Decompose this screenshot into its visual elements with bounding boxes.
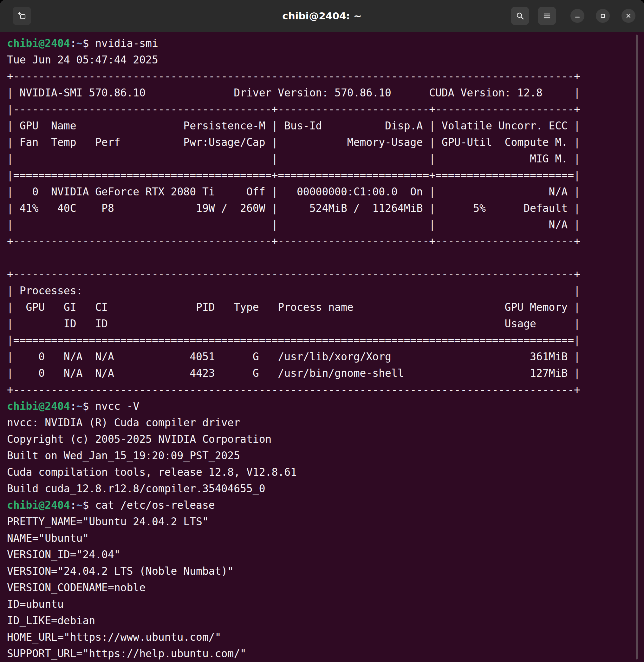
terminal-line: ID_LIKE=debian xyxy=(7,613,631,629)
new-tab-button[interactable] xyxy=(13,7,31,25)
terminal-line: PRETTY_NAME="Ubuntu 24.04.2 LTS" xyxy=(7,513,631,530)
window-headerbar: chibi@2404: ~ xyxy=(0,0,644,32)
terminal-line: |=======================================… xyxy=(7,167,631,184)
terminal-line: | Fan Temp Perf Pwr:Usage/Cap | Memory-U… xyxy=(7,134,631,151)
scrollbar[interactable] xyxy=(635,35,638,659)
terminal-line: Cuda compilation tools, release 12.8, V1… xyxy=(7,464,631,481)
search-icon xyxy=(515,12,525,20)
terminal-line: | NVIDIA-SMI 570.86.10 Driver Version: 5… xyxy=(7,85,631,101)
terminal-window: chibi@2404: ~ xyxy=(0,0,644,662)
terminal-text: : xyxy=(70,37,76,49)
terminal-line: SUPPORT_URL="https://help.ubuntu.com/" xyxy=(7,645,631,662)
close-button[interactable] xyxy=(621,9,636,23)
terminal-line: |---------------------------------------… xyxy=(7,101,631,118)
terminal-line: Tue Jun 24 05:47:44 2025 xyxy=(7,52,631,68)
terminal-text: $ nvcc -V xyxy=(83,400,139,412)
terminal-line: HOME_URL="https://www.ubuntu.com/" xyxy=(7,629,631,645)
terminal-line: nvcc: NVIDIA (R) Cuda compiler driver xyxy=(7,415,631,431)
prompt-user-host: chibi@2404 xyxy=(7,499,70,511)
prompt-user-host: chibi@2404 xyxy=(7,400,70,412)
terminal-line: | GPU GI CI PID Type Process name GPU Me… xyxy=(7,299,631,316)
terminal-text: $ nvidia-smi xyxy=(83,37,158,49)
terminal-line: chibi@2404:~$ nvcc -V xyxy=(7,398,631,415)
terminal-line: Copyright (c) 2005-2025 NVIDIA Corporati… xyxy=(7,431,631,448)
maximize-icon xyxy=(599,13,606,19)
terminal-line: | 41% 40C P8 19W / 260W | 524MiB / 11264… xyxy=(7,200,631,216)
new-tab-icon xyxy=(18,12,26,20)
menu-icon xyxy=(543,12,551,20)
prompt-path: ~ xyxy=(76,37,83,49)
terminal-line: | Processes: | xyxy=(7,282,631,299)
terminal-line: Build cuda_12.8.r12.8/compiler.35404655_… xyxy=(7,481,631,497)
terminal-line: | | | N/A | xyxy=(7,216,631,233)
terminal-line: | 0 NVIDIA GeForce RTX 2080 Ti Off | 000… xyxy=(7,184,631,200)
terminal-line: ID=ubuntu xyxy=(7,596,631,613)
close-icon xyxy=(625,13,632,19)
terminal-text: : xyxy=(70,499,76,511)
prompt-path: ~ xyxy=(76,400,83,412)
maximize-button[interactable] xyxy=(596,9,610,23)
terminal-line: +---------------------------------------… xyxy=(7,233,631,250)
terminal-line: |=======================================… xyxy=(7,332,631,349)
terminal-line: VERSION_ID="24.04" xyxy=(7,547,631,563)
terminal-line: +---------------------------------------… xyxy=(7,68,631,85)
scrollbar-handle[interactable] xyxy=(636,35,638,659)
window-controls xyxy=(511,0,636,32)
search-button[interactable] xyxy=(511,7,529,25)
terminal-text: $ cat /etc/os-release xyxy=(83,499,215,511)
menu-button[interactable] xyxy=(538,7,556,25)
terminal-line: | 0 N/A N/A 4423 G /usr/bin/gnome-shell … xyxy=(7,365,631,382)
terminal-line xyxy=(7,250,631,266)
prompt-user-host: chibi@2404 xyxy=(7,37,70,49)
minimize-icon xyxy=(574,13,581,19)
terminal-screen[interactable]: chibi@2404:~$ nvidia-smiTue Jun 24 05:47… xyxy=(0,32,644,662)
terminal-line: +---------------------------------------… xyxy=(7,266,631,282)
terminal-line: VERSION_CODENAME=noble xyxy=(7,579,631,596)
terminal-line: VERSION="24.04.2 LTS (Noble Numbat)" xyxy=(7,563,631,579)
minimize-button[interactable] xyxy=(571,9,584,23)
terminal-output: chibi@2404:~$ nvidia-smiTue Jun 24 05:47… xyxy=(0,32,644,662)
terminal-line: chibi@2404:~$ cat /etc/os-release xyxy=(7,497,631,513)
terminal-line: | 0 N/A N/A 4051 G /usr/lib/xorg/Xorg 36… xyxy=(7,349,631,365)
terminal-line: NAME="Ubuntu" xyxy=(7,530,631,547)
terminal-line: Built on Wed_Jan_15_19:20:09_PST_2025 xyxy=(7,448,631,464)
terminal-line: | | | MIG M. | xyxy=(7,151,631,167)
terminal-line: chibi@2404:~$ nvidia-smi xyxy=(7,35,631,52)
terminal-line: +---------------------------------------… xyxy=(7,382,631,398)
terminal-line: | GPU Name Persistence-M | Bus-Id Disp.A… xyxy=(7,118,631,134)
terminal-text: : xyxy=(70,400,76,412)
terminal-line: | ID ID Usage | xyxy=(7,316,631,332)
prompt-path: ~ xyxy=(76,499,83,511)
